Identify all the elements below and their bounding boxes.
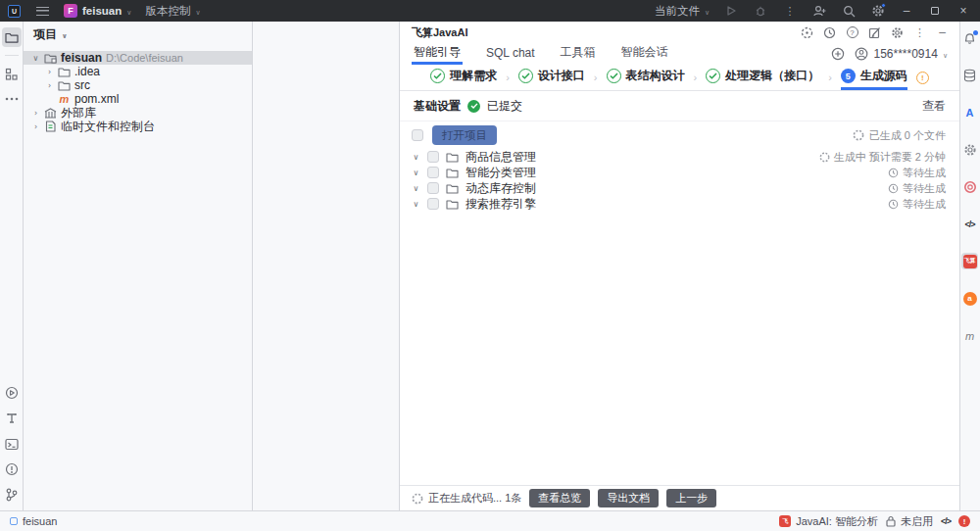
tree-item-project-root[interactable]: ∨ feisuan D:\Code\feisuan bbox=[24, 51, 252, 65]
chevron-right-icon[interactable]: › bbox=[45, 81, 54, 90]
step-logic[interactable]: 处理逻辑（接口） bbox=[706, 65, 819, 90]
orange-plugin-button[interactable]: a bbox=[961, 290, 978, 307]
code-plugin-button[interactable]: </> bbox=[961, 216, 978, 232]
previous-step-button[interactable]: 上一步 bbox=[666, 489, 716, 507]
module-status-text: 等待生成 bbox=[903, 197, 946, 212]
chevron-right-icon[interactable]: › bbox=[31, 122, 40, 131]
feedback-button[interactable] bbox=[867, 25, 882, 40]
folder-icon bbox=[446, 183, 459, 194]
step-table-design[interactable]: 表结构设计 bbox=[607, 65, 685, 90]
module-checkbox[interactable] bbox=[427, 182, 439, 194]
history-icon bbox=[823, 26, 836, 39]
vcs-widget[interactable]: 版本控制 bbox=[145, 4, 200, 19]
database-toolwindow-button[interactable] bbox=[961, 67, 978, 83]
code-with-me-button[interactable] bbox=[811, 3, 827, 19]
project-panel-header[interactable]: 项目 bbox=[24, 22, 252, 47]
project-name: feisuan bbox=[82, 5, 122, 17]
problems-toolwindow-button[interactable] bbox=[2, 459, 22, 479]
tab-smart-chat[interactable]: 智能会话 bbox=[619, 43, 670, 65]
notifications-button[interactable] bbox=[961, 29, 978, 46]
plugin-ring-button[interactable] bbox=[961, 178, 978, 195]
run-toolwindow-button[interactable] bbox=[2, 383, 22, 403]
module-row[interactable]: ∨ 搜索推荐引擎 等待生成 bbox=[400, 196, 959, 212]
minimize-window-button[interactable]: – bbox=[900, 4, 913, 18]
javaai-status-widget[interactable]: 飞 JavaAI: 智能分析 bbox=[779, 514, 878, 529]
help-button[interactable]: ? bbox=[845, 25, 859, 40]
debug-button[interactable] bbox=[753, 3, 768, 19]
step-understand-requirements[interactable]: 理解需求 bbox=[430, 65, 497, 90]
tab-toolbox[interactable]: 工具箱 bbox=[559, 43, 598, 65]
module-row[interactable]: ∨ 商品信息管理 生成中 预计需要 2 分钟 bbox=[400, 149, 959, 165]
settings-button[interactable] bbox=[870, 3, 886, 19]
more-actions-button[interactable]: ⋮ bbox=[782, 3, 798, 19]
view-settings-link[interactable]: 查看 bbox=[922, 98, 946, 115]
step-label: 表结构设计 bbox=[626, 68, 685, 84]
plugin-settings-button[interactable] bbox=[890, 25, 905, 40]
step-generate-source[interactable]: 5 生成源码 bbox=[841, 65, 907, 90]
statusbar-project-widget[interactable]: feisuan bbox=[10, 515, 57, 527]
chevron-down-icon[interactable]: ∨ bbox=[412, 153, 420, 162]
tab-sql-chat[interactable]: SQL chat bbox=[484, 43, 537, 65]
maven-toolwindow-button[interactable]: m bbox=[961, 327, 978, 344]
hamburger-icon bbox=[36, 7, 49, 16]
step-number-badge: 5 bbox=[841, 69, 856, 83]
maximize-window-button[interactable] bbox=[927, 3, 943, 19]
module-checkbox[interactable] bbox=[427, 167, 439, 178]
error-badge[interactable]: ! bbox=[958, 515, 970, 527]
red-ring-icon bbox=[963, 180, 977, 194]
version-control-toolwindow-button[interactable] bbox=[2, 485, 22, 505]
chevron-right-icon[interactable]: › bbox=[45, 68, 54, 76]
project-toolwindow-button[interactable] bbox=[2, 27, 22, 47]
run-button[interactable] bbox=[723, 3, 739, 19]
export-doc-button[interactable]: 导出文档 bbox=[598, 489, 659, 507]
chevron-down-icon[interactable]: ∨ bbox=[412, 200, 420, 209]
code-icon: </> bbox=[964, 219, 974, 229]
select-all-checkbox[interactable] bbox=[412, 129, 423, 141]
timer-icon bbox=[801, 26, 813, 39]
chevron-down-icon[interactable]: ∨ bbox=[31, 54, 40, 63]
module-checkbox[interactable] bbox=[427, 198, 439, 210]
lock-status-widget[interactable]: 未启用 bbox=[886, 514, 933, 529]
tree-item-idea[interactable]: › .idea bbox=[24, 65, 252, 78]
edit-icon bbox=[868, 26, 881, 39]
close-window-button[interactable]: × bbox=[956, 4, 970, 18]
tree-item-pom[interactable]: m pom.xml bbox=[24, 92, 252, 106]
panel-options-button[interactable]: ⋮ bbox=[912, 25, 927, 40]
step-separator-icon bbox=[594, 65, 598, 90]
project-badge: F bbox=[64, 4, 77, 18]
folder-icon bbox=[5, 31, 19, 43]
history-button[interactable] bbox=[822, 25, 837, 40]
tree-item-label: feisuan bbox=[61, 51, 102, 65]
chevron-down-icon[interactable]: ∨ bbox=[412, 184, 420, 193]
code-icon[interactable]: </> bbox=[941, 516, 951, 526]
structure-toolwindow-button[interactable] bbox=[2, 64, 22, 83]
stripe-divider bbox=[5, 55, 19, 56]
build-toolwindow-button[interactable] bbox=[2, 409, 22, 428]
chevron-down-icon[interactable]: ∨ bbox=[412, 169, 420, 177]
translation-plugin-button[interactable]: A bbox=[961, 104, 978, 121]
main-menu-button[interactable] bbox=[34, 3, 50, 19]
tree-item-scratches[interactable]: › 临时文件和控制台 bbox=[24, 120, 252, 133]
run-configuration-selector[interactable]: 当前文件 bbox=[655, 4, 710, 19]
progress-button[interactable] bbox=[800, 25, 814, 40]
terminal-toolwindow-button[interactable] bbox=[2, 434, 22, 454]
plugin-gear-button[interactable] bbox=[961, 141, 978, 158]
tree-item-src[interactable]: › src bbox=[24, 78, 252, 92]
tab-label: 智能引导 bbox=[414, 44, 461, 61]
hide-panel-button[interactable]: – bbox=[935, 25, 950, 40]
more-toolwindows-button[interactable] bbox=[2, 89, 22, 109]
project-widget[interactable]: F feisuan bbox=[64, 4, 131, 18]
account-widget[interactable]: 156****0914 bbox=[855, 47, 948, 61]
add-session-button[interactable] bbox=[830, 47, 845, 62]
feisuan-plugin-button[interactable]: 飞算 bbox=[961, 253, 978, 269]
tab-smart-guide[interactable]: 智能引导 bbox=[412, 43, 463, 65]
module-row[interactable]: ∨ 智能分类管理 等待生成 bbox=[400, 165, 959, 180]
module-checkbox[interactable] bbox=[427, 151, 439, 163]
open-project-button[interactable]: 打开项目 bbox=[432, 125, 497, 145]
chevron-right-icon[interactable]: › bbox=[31, 109, 40, 118]
view-overview-button[interactable]: 查看总览 bbox=[529, 489, 590, 507]
step-design-api[interactable]: 设计接口 bbox=[518, 65, 585, 90]
module-row[interactable]: ∨ 动态库存控制 等待生成 bbox=[400, 180, 959, 196]
search-everywhere-button[interactable] bbox=[841, 3, 857, 19]
generation-toolbar: 打开项目 已生成 0 个文件 bbox=[400, 121, 959, 149]
